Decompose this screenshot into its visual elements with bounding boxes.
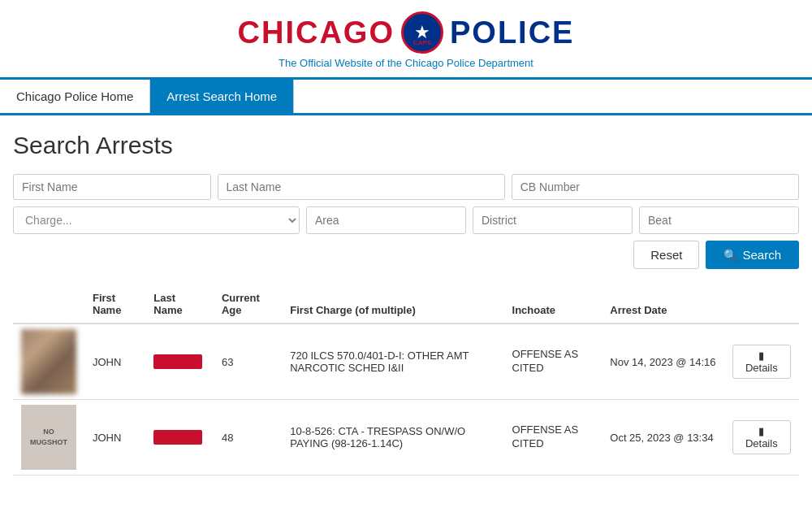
- mugshot-cell: NO MUGSHOT: [13, 400, 84, 475]
- beat-input[interactable]: [639, 206, 799, 234]
- table-body: JOHN63720 ILCS 570.0/401-D-I: OTHER AMT …: [13, 323, 799, 475]
- details-button[interactable]: ▮ Details: [732, 345, 791, 379]
- logo-chicago: CHICAGO: [238, 15, 395, 50]
- cell-age: 63: [214, 323, 282, 400]
- table-head: First Name Last Name Current Age First C…: [13, 285, 799, 323]
- cell-age: 48: [214, 400, 282, 475]
- charge-select[interactable]: Charge...: [13, 206, 300, 234]
- table-row: JOHN63720 ILCS 570.0/401-D-I: OTHER AMT …: [13, 323, 799, 400]
- col-first-name: First Name: [84, 285, 145, 323]
- search-button-label: Search: [742, 248, 781, 262]
- cell-last-name: [145, 400, 214, 475]
- details-button[interactable]: ▮ Details: [732, 420, 791, 454]
- cell-arrest-date: Oct 25, 2023 @ 13:34: [602, 400, 723, 475]
- main-content: Search Arrests Charge... Reset 🔍 Search: [0, 115, 812, 492]
- cell-charge: 720 ILCS 570.0/401-D-I: OTHER AMT NARCOT…: [282, 323, 503, 400]
- form-row-2: Charge...: [13, 206, 799, 234]
- reset-button[interactable]: Reset: [633, 241, 699, 269]
- caps-badge: ★ CAPS: [401, 11, 443, 54]
- mugshot-placeholder: NO MUGSHOT: [21, 405, 76, 470]
- col-charge: First Charge (of multiple): [282, 285, 503, 323]
- form-row-buttons: Reset 🔍 Search: [13, 241, 799, 269]
- col-actions: [724, 285, 799, 323]
- last-name-input[interactable]: [218, 174, 505, 200]
- results-table: First Name Last Name Current Age First C…: [13, 285, 799, 475]
- nav-bar: Chicago Police Home Arrest Search Home: [0, 80, 812, 115]
- caps-label: CAPS: [413, 39, 431, 46]
- col-photo: [13, 285, 84, 323]
- col-last-name: Last Name: [145, 285, 214, 323]
- redacted-bar: [153, 430, 202, 445]
- cell-actions: ▮ Details: [724, 323, 799, 400]
- district-input[interactable]: [473, 206, 633, 234]
- nav-chicago-police-home[interactable]: Chicago Police Home: [0, 80, 150, 113]
- cell-first-name: JOHN: [84, 400, 145, 475]
- cell-last-name: [145, 323, 214, 400]
- cell-inchoate: OFFENSE AS CITED: [504, 400, 603, 475]
- site-header: CHICAGO ★ CAPS POLICE The Official Websi…: [0, 0, 812, 80]
- col-arrest-date: Arrest Date: [602, 285, 723, 323]
- cell-inchoate: OFFENSE AS CITED: [504, 323, 603, 400]
- table-row: NO MUGSHOTJOHN4810-8-526: CTA - TRESPASS…: [13, 400, 799, 475]
- mugshot-blurred: [21, 329, 76, 394]
- redacted-bar: [153, 354, 202, 369]
- cell-charge: 10-8-526: CTA - TRESPASS ON/W/O PAYING (…: [282, 400, 503, 475]
- area-input[interactable]: [306, 206, 466, 234]
- cell-first-name: JOHN: [84, 323, 145, 400]
- col-age: Current Age: [214, 285, 282, 323]
- search-icon: 🔍: [723, 249, 737, 262]
- cell-arrest-date: Nov 14, 2023 @ 14:16: [602, 323, 723, 400]
- nav-arrest-search-home[interactable]: Arrest Search Home: [150, 80, 294, 113]
- header-subtitle: The Official Website of the Chicago Poli…: [0, 57, 812, 69]
- first-name-input[interactable]: [13, 174, 211, 200]
- search-button[interactable]: 🔍 Search: [706, 241, 799, 269]
- table-header-row: First Name Last Name Current Age First C…: [13, 285, 799, 323]
- logo-container: CHICAGO ★ CAPS POLICE: [0, 11, 812, 54]
- form-row-1: [13, 174, 799, 200]
- search-form: Charge... Reset 🔍 Search: [13, 174, 799, 269]
- cell-actions: ▮ Details: [724, 400, 799, 475]
- cb-number-input[interactable]: [512, 174, 799, 200]
- mugshot-cell: [13, 323, 84, 400]
- page-title: Search Arrests: [13, 132, 799, 159]
- logo-police: POLICE: [450, 15, 574, 50]
- col-inchoate: Inchoate: [504, 285, 603, 323]
